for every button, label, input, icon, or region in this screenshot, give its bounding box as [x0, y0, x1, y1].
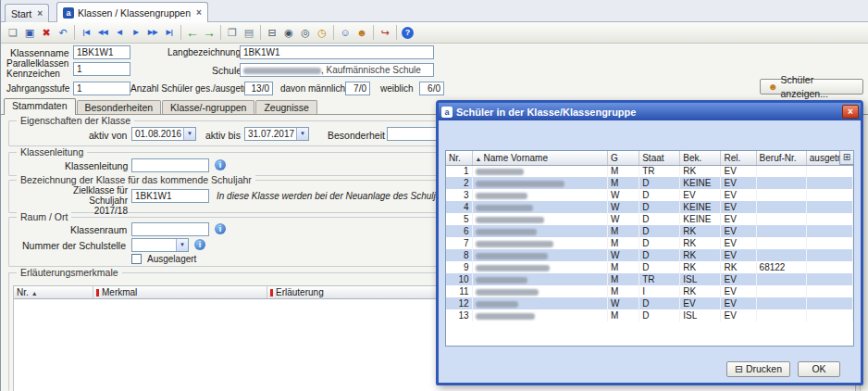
- add-student-icon[interactable]: ☺: [337, 24, 353, 41]
- schueler-anzeigen-label: Schüler anzeigen...: [781, 73, 855, 101]
- next-record-icon[interactable]: ▶: [128, 24, 144, 41]
- student-row[interactable]: 9MDRKRK68122: [446, 261, 853, 273]
- klassenraum-input[interactable]: [131, 222, 209, 236]
- back-icon[interactable]: ←: [184, 24, 201, 41]
- student-row[interactable]: 1MTRRKEV: [446, 165, 853, 177]
- student-row[interactable]: 4WDKEINEEV: [446, 201, 853, 213]
- notes-icon[interactable]: ▤: [241, 24, 257, 41]
- schule-input[interactable]: , Kaufmännische Schule: [240, 63, 434, 77]
- sort-asc-icon: ▲: [31, 290, 38, 296]
- help-icon[interactable]: ?: [402, 27, 414, 39]
- copy-icon[interactable]: ❐: [224, 24, 241, 41]
- student-row[interactable]: 11MIRKEV: [446, 285, 853, 297]
- schueler-anzeigen-button[interactable]: ☻ Schüler anzeigen...: [760, 79, 863, 95]
- student-row[interactable]: 8WDRKEV: [446, 249, 853, 261]
- undo-icon[interactable]: ↶: [55, 24, 71, 41]
- student-name-redacted: [476, 289, 539, 296]
- tab-klassen-klassengruppen[interactable]: a Klassen / Klassengruppen ×: [56, 2, 208, 22]
- drucken-button[interactable]: ⊟ Drucken: [726, 361, 790, 377]
- student-row[interactable]: 13MDISLEV: [446, 309, 853, 322]
- anzahl-schueler-value: 13/0: [244, 82, 273, 95]
- toolbar-separator: [74, 25, 75, 40]
- red-marker-icon: [270, 289, 273, 296]
- tab-klasse-ngruppen[interactable]: Klasse/-ngruppen: [162, 100, 254, 114]
- student-row[interactable]: 3WDEVEV: [446, 189, 853, 201]
- close-tab-icon[interactable]: ×: [37, 8, 43, 19]
- toolbar-separator: [333, 25, 334, 40]
- toolbar-separator: [260, 25, 261, 40]
- reminder-icon[interactable]: ◷: [314, 24, 330, 41]
- ok-button[interactable]: OK: [798, 361, 840, 377]
- student-name-redacted: [476, 241, 553, 247]
- red-marker-icon: [96, 289, 99, 296]
- aktiv-von-label: aktiv von: [89, 130, 127, 141]
- student-row[interactable]: 5WDKEINEEV: [446, 213, 853, 225]
- students-col-header[interactable]: Rel.: [721, 151, 756, 165]
- zielklasse-input[interactable]: 1BK1W1: [131, 189, 209, 203]
- preview-icon[interactable]: ◉: [280, 24, 297, 41]
- info-icon[interactable]: i: [194, 239, 205, 250]
- print-icon[interactable]: ⊟: [264, 24, 280, 41]
- students-col-header[interactable]: Nr.: [446, 151, 472, 165]
- students-col-header[interactable]: Staat: [639, 151, 680, 165]
- student-name-redacted: [476, 301, 518, 308]
- jahrgangsstufe-input[interactable]: 1: [73, 82, 130, 95]
- tab-start-label: Start: [11, 8, 31, 19]
- besonderheit-input[interactable]: [387, 127, 439, 141]
- dialog-titlebar[interactable]: a Schüler in der Klasse/Klassengruppe ×: [439, 103, 861, 120]
- chevron-down-icon[interactable]: ▼: [176, 239, 188, 251]
- student-row[interactable]: 6MDRKEV: [446, 225, 853, 237]
- student-row[interactable]: 2MDKEINEEV: [446, 177, 853, 189]
- students-col-header[interactable]: Bek.: [680, 151, 721, 165]
- fast-backward-icon[interactable]: ◀◀: [94, 24, 111, 41]
- save-icon[interactable]: ▣: [21, 24, 38, 41]
- tab-klassen-label: Klassen / Klassengruppen: [78, 7, 191, 19]
- aktiv-von-select[interactable]: 01.08.2016 ▼: [131, 127, 196, 141]
- info-icon[interactable]: i: [215, 223, 226, 234]
- students-icon[interactable]: ☻: [353, 24, 370, 41]
- previous-record-icon[interactable]: ◀: [111, 24, 128, 41]
- klassenname-input[interactable]: 1BK1W1: [73, 45, 130, 59]
- close-icon[interactable]: ×: [842, 105, 859, 119]
- students-col-header[interactable]: Beruf-Nr.: [756, 151, 806, 165]
- chevron-down-icon[interactable]: ▼: [296, 128, 308, 140]
- close-tab-icon[interactable]: ×: [196, 7, 202, 18]
- ausgelagert-checkbox[interactable]: [131, 254, 142, 264]
- student-row[interactable]: 10MTRISLEV: [446, 273, 853, 285]
- chevron-down-icon[interactable]: ▼: [183, 128, 195, 140]
- sort-asc-icon: ▲: [476, 156, 482, 162]
- student-row[interactable]: 12WDEVEV: [446, 297, 853, 309]
- schulstelle-select[interactable]: ▼: [131, 238, 189, 252]
- langbezeichnung-input[interactable]: 1BK1W1: [240, 45, 434, 59]
- search-icon[interactable]: ◎: [297, 24, 314, 41]
- info-icon[interactable]: i: [215, 159, 226, 170]
- klassenname-label: Klassenname: [10, 47, 69, 58]
- new-record-icon[interactable]: ❏: [5, 24, 21, 41]
- delete-icon[interactable]: ✖: [38, 24, 55, 41]
- exit-icon[interactable]: ↪: [377, 24, 393, 41]
- aktiv-bis-select[interactable]: 31.07.2017 ▼: [244, 127, 309, 141]
- students-col-header[interactable]: ▲Name Vorname: [472, 151, 608, 165]
- merkmale-col-merkmal[interactable]: Merkmal: [93, 286, 267, 298]
- student-name-redacted: [476, 229, 537, 235]
- klassenleitung-input[interactable]: [131, 158, 209, 172]
- tab-zeugnisse[interactable]: Zeugnisse: [255, 100, 316, 114]
- schule-name-redacted: [243, 68, 321, 74]
- aktiv-bis-value: 31.07.2017: [248, 129, 294, 139]
- group-title: Klassenleitung: [17, 146, 87, 158]
- student-row[interactable]: 7MDRKEV: [446, 237, 853, 249]
- first-record-icon[interactable]: |◀: [78, 24, 94, 41]
- column-chooser-button[interactable]: ⊞: [839, 150, 854, 165]
- last-record-icon[interactable]: ▶|: [161, 24, 178, 41]
- parallelklassen-input[interactable]: 1: [73, 62, 130, 76]
- tab-besonderheiten[interactable]: Besonderheiten: [77, 100, 162, 114]
- students-col-header[interactable]: G: [608, 151, 639, 165]
- forward-icon[interactable]: →: [201, 24, 217, 41]
- fast-forward-icon[interactable]: ▶▶: [144, 24, 161, 41]
- tab-start[interactable]: Start ×: [5, 4, 49, 22]
- students-dialog: a Schüler in der Klasse/Klassengruppe × …: [436, 100, 863, 385]
- toolbar-separator: [180, 25, 181, 40]
- tab-stammdaten[interactable]: Stammdaten: [4, 98, 76, 115]
- merkmale-col-nr[interactable]: Nr.▲: [14, 286, 93, 298]
- student-name-redacted: [476, 217, 544, 223]
